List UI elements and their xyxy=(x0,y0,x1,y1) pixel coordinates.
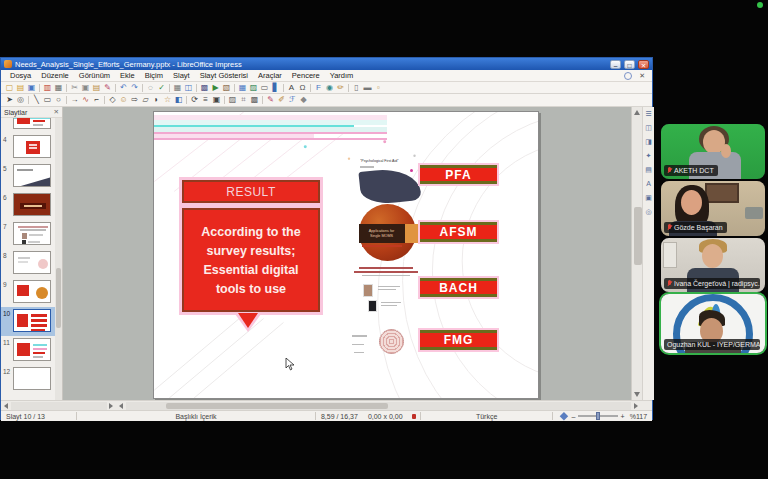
cut-icon[interactable]: ✂ xyxy=(69,83,80,93)
filter-icon[interactable]: ▩ xyxy=(249,95,260,105)
insert-table-icon[interactable]: ▦ xyxy=(237,83,248,93)
print-icon[interactable]: ▦ xyxy=(53,83,64,93)
zoom-level[interactable]: %117 xyxy=(625,413,652,420)
fontwork-icon[interactable]: F xyxy=(313,83,324,93)
start-slideshow-icon[interactable]: ▶ xyxy=(210,83,221,93)
redo-icon[interactable]: ↷ xyxy=(129,83,140,93)
extrusion-icon[interactable]: ◆ xyxy=(298,95,309,105)
slide-panel-close-icon[interactable]: ✕ xyxy=(54,108,59,116)
bach-label-bar[interactable]: BACH xyxy=(420,278,497,297)
panel-hscroll-track[interactable] xyxy=(11,402,107,410)
panel-scroll-right-icon[interactable] xyxy=(109,403,113,409)
undo-icon[interactable]: ↶ xyxy=(118,83,129,93)
curve-icon[interactable]: ∿ xyxy=(80,95,91,105)
slide-thumbnail-4[interactable]: 4 xyxy=(1,133,56,162)
vertical-scrollbar[interactable] xyxy=(631,107,642,400)
participant-tile-ivana[interactable]: Ivana Čergeťová | radipsyc... xyxy=(661,238,765,292)
copy-icon[interactable]: ▣ xyxy=(80,83,91,93)
crop-icon[interactable]: ⌗ xyxy=(238,95,249,105)
properties-icon[interactable]: ◫ xyxy=(645,124,652,132)
slide-transition-icon[interactable]: ◨ xyxy=(645,138,652,146)
snap-lines-icon[interactable]: ▯ xyxy=(351,83,362,93)
special-character-icon[interactable]: Ω xyxy=(297,83,308,93)
menu-görünüm[interactable]: Görünüm xyxy=(74,71,115,80)
insert-image-icon[interactable]: ▨ xyxy=(248,83,259,93)
rectangle-icon[interactable]: ▭ xyxy=(42,95,53,105)
fontwork-gallery-icon[interactable]: ℱ xyxy=(287,95,298,105)
participant-tile-gozde[interactable]: Gözde Başaran xyxy=(661,181,765,236)
slide-thumbnail-5[interactable]: 5 xyxy=(1,162,56,191)
new-document-icon[interactable]: ▢ xyxy=(4,83,15,93)
rotate-icon[interactable]: ⟳ xyxy=(189,95,200,105)
insert-media-icon[interactable]: ▭ xyxy=(259,83,270,93)
headers-footers-icon[interactable]: ▬ xyxy=(362,83,373,93)
spelling-icon[interactable]: ✓ xyxy=(156,83,167,93)
scroll-down-icon[interactable] xyxy=(634,392,640,397)
panel-scroll-left-icon[interactable] xyxy=(4,403,8,409)
scroll-up-icon[interactable] xyxy=(634,110,640,115)
summary-bubble[interactable]: According to the survey results; Essenti… xyxy=(182,208,320,312)
help-icon[interactable] xyxy=(624,72,632,80)
export-pdf-icon[interactable]: ▥ xyxy=(42,83,53,93)
ellipse-icon[interactable]: ○ xyxy=(53,95,64,105)
close-button[interactable]: ✕ xyxy=(638,60,649,69)
canvas-scroll-right-icon[interactable] xyxy=(634,403,638,409)
view-modes-icon[interactable]: ◫ xyxy=(183,83,194,93)
stars-banners-icon[interactable]: ☆ xyxy=(162,95,173,105)
insert-line-icon[interactable]: ╲ xyxy=(31,95,42,105)
menu-dosya[interactable]: Dosya xyxy=(5,71,36,80)
display-grid-icon[interactable]: ▦ xyxy=(172,83,183,93)
slide-thumbnail-10[interactable]: 10 xyxy=(1,307,56,336)
zoom-slider-handle[interactable] xyxy=(596,412,600,420)
options-icon[interactable]: ▫ xyxy=(373,83,384,93)
canvas-hscroll-thumb[interactable] xyxy=(166,403,388,409)
menu-pencere[interactable]: Pencere xyxy=(287,71,325,80)
arrange-icon[interactable]: ▣ xyxy=(211,95,222,105)
zoom-pan-icon[interactable]: ◎ xyxy=(15,95,26,105)
gallery-icon[interactable]: ▣ xyxy=(645,194,652,202)
3d-objects-icon[interactable]: ◧ xyxy=(173,95,184,105)
paste-icon[interactable]: ▤ xyxy=(91,83,102,93)
slide-thumbnail-6[interactable]: 6 xyxy=(1,191,56,220)
slide-thumbnail-9[interactable]: 9 xyxy=(1,278,56,307)
symbol-shapes-icon[interactable]: ☺ xyxy=(118,95,129,105)
master-slide-icon[interactable]: ▩ xyxy=(199,83,210,93)
slide-thumbnail-7[interactable]: 7 xyxy=(1,220,56,249)
flowchart-icon[interactable]: ▱ xyxy=(140,95,151,105)
basic-shapes-icon[interactable]: ◇ xyxy=(107,95,118,105)
menu-yardım[interactable]: Yardım xyxy=(325,71,359,80)
slide-thumbnail-3[interactable]: 3 xyxy=(1,118,56,133)
menu-slayt[interactable]: Slayt xyxy=(168,71,195,80)
minimize-button[interactable]: – xyxy=(610,60,621,69)
status-language[interactable]: Türkçe xyxy=(421,413,552,420)
connector-icon[interactable]: ⌐ xyxy=(91,95,102,105)
zoom-out-button[interactable]: – xyxy=(572,413,576,420)
fmg-label-bar[interactable]: FMG xyxy=(420,330,497,350)
menu-araçlar[interactable]: Araçlar xyxy=(253,71,287,80)
menu-biçim[interactable]: Biçim xyxy=(140,71,168,80)
pfa-label-bar[interactable]: PFA xyxy=(420,165,497,184)
styles-icon[interactable]: A xyxy=(646,180,651,188)
fit-slide-icon[interactable] xyxy=(560,412,568,420)
select-icon[interactable]: ➤ xyxy=(4,95,15,105)
close-document-icon[interactable]: ✕ xyxy=(636,72,648,80)
block-arrows-icon[interactable]: ⇨ xyxy=(129,95,140,105)
line-arrow-icon[interactable]: → xyxy=(69,95,80,105)
participant-tile-aketh[interactable]: AKETH DCT xyxy=(661,124,765,179)
participant-tile-oguzhan[interactable]: Oguzhan KUL - IYEP/GERMA... xyxy=(661,294,765,353)
save-icon[interactable]: ▣ xyxy=(26,83,37,93)
slide-thumbnail-8[interactable]: 8 xyxy=(1,249,56,278)
edit-canvas[interactable]: RESULT According to the survey results; … xyxy=(63,107,631,400)
afsm-label-bar[interactable]: AFSM xyxy=(420,222,497,242)
animation-icon[interactable]: ✦ xyxy=(646,152,652,160)
zoom-slider[interactable] xyxy=(578,415,617,417)
insert-chart-icon[interactable]: ▋ xyxy=(270,83,281,93)
find-replace-icon[interactable]: ◌ xyxy=(145,83,156,93)
clone-formatting-icon[interactable]: ✎ xyxy=(102,83,113,93)
gluepoints-icon[interactable]: ✐ xyxy=(276,95,287,105)
canvas-scroll-left-icon[interactable] xyxy=(119,403,123,409)
slide-thumbnail-12[interactable]: 12 xyxy=(1,365,56,394)
result-title-box[interactable]: RESULT xyxy=(182,180,320,203)
points-icon[interactable]: ✎ xyxy=(265,95,276,105)
maximize-button[interactable]: □ xyxy=(624,60,635,69)
